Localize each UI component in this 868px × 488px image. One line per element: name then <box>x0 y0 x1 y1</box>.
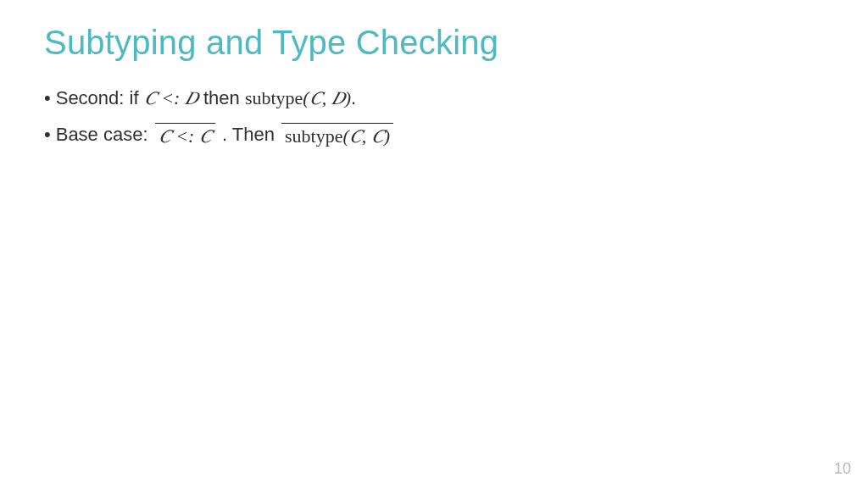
text: Second: if <box>56 87 144 108</box>
text: Base case: <box>56 124 153 145</box>
math-fn: subtype <box>285 125 342 147</box>
bullet-body: Base case: 𝐶 <: 𝐶 . Then subtype(𝐶, 𝐶) <box>56 119 395 150</box>
bullet-body: Second: if 𝐶 <: 𝐷 then subtype(𝐶, 𝐷). <box>56 82 356 114</box>
bullet-marker: • <box>44 82 51 114</box>
slide: Subtyping and Type Checking • Second: if… <box>0 0 868 488</box>
bullet-item: • Second: if 𝐶 <: 𝐷 then subtype(𝐶, 𝐷). <box>44 82 824 114</box>
math-args: (𝐶, 𝐶) <box>342 125 390 147</box>
inference-rule: 𝐶 <: 𝐶 <box>155 123 215 148</box>
text: then <box>198 87 245 108</box>
math-expr: 𝐶 <: 𝐷 <box>144 87 198 108</box>
math-expr: 𝐶 <: 𝐶 <box>159 125 212 147</box>
page-number: 10 <box>834 460 851 478</box>
math-fn: subtype <box>245 87 303 108</box>
bullet-marker: • <box>44 119 51 150</box>
text: . Then <box>217 124 280 145</box>
slide-title: Subtyping and Type Checking <box>44 24 824 62</box>
slide-content: • Second: if 𝐶 <: 𝐷 then subtype(𝐶, 𝐷). … <box>44 82 824 151</box>
math-args: (𝐶, 𝐷) <box>303 87 351 108</box>
text: . <box>351 87 356 108</box>
bullet-item: • Base case: 𝐶 <: 𝐶 . Then subtype(𝐶, 𝐶) <box>44 119 824 150</box>
inference-rule: subtype(𝐶, 𝐶) <box>281 123 393 148</box>
